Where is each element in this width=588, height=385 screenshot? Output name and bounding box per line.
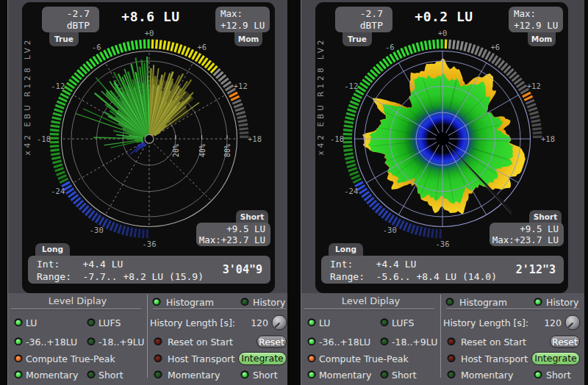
history-length-knob[interactable] xyxy=(272,315,287,331)
integration-time-readout: 3'04"9 xyxy=(223,264,262,276)
svg-text:+6: +6 xyxy=(490,43,500,51)
radio-range-wide[interactable] xyxy=(308,337,316,345)
reset-button[interactable]: Reset xyxy=(550,335,580,348)
loudness-range-line: Range: -7.7.. +8.2 LU (15.9) xyxy=(37,271,204,282)
integrated-value-line: Int: +4.4 LU xyxy=(37,259,123,270)
radio-history-label[interactable]: History xyxy=(546,297,578,308)
radio-ring-momentary[interactable] xyxy=(15,370,23,378)
svg-text:80%: 80% xyxy=(223,144,232,157)
checkbox-compute-true-peak-label[interactable]: Compute True-Peak xyxy=(26,353,115,364)
checkbox-reset-on-start[interactable] xyxy=(448,337,456,345)
radio-range-wide-label[interactable]: -36..+18LU xyxy=(26,336,77,347)
checkbox-reset-on-start[interactable] xyxy=(154,337,162,345)
radio-range-narrow[interactable] xyxy=(87,337,96,345)
history-length-knob[interactable] xyxy=(565,315,581,331)
svg-text:-24: -24 xyxy=(51,187,65,195)
radio-ring-short[interactable] xyxy=(381,370,389,378)
radio-lu-label[interactable]: LU xyxy=(319,317,331,328)
divider xyxy=(153,309,286,309)
checkbox-host-transport-label[interactable]: Host Transport xyxy=(461,353,528,364)
true-peak-box: -2.7dBTP xyxy=(335,7,392,32)
max-value: +12.9 LU xyxy=(220,20,265,31)
control-panel: Level Diplay LU LUFS -36..+18LU -18..+9L… xyxy=(301,293,584,385)
short-max-value: Max:+23.7 LU xyxy=(492,234,559,245)
knob-pointer xyxy=(274,322,280,328)
radio-range-narrow-label[interactable]: -18..+9LU xyxy=(98,336,144,347)
radio-histogram-momentary[interactable] xyxy=(154,370,162,378)
divider xyxy=(147,295,148,378)
integrate-button[interactable]: Integrate xyxy=(531,352,580,365)
svg-text:-18: -18 xyxy=(37,134,51,143)
radio-ring-short[interactable] xyxy=(87,370,96,378)
checkbox-host-transport[interactable] xyxy=(448,354,456,362)
long-tab[interactable]: Long xyxy=(35,243,70,256)
long-tab[interactable]: Long xyxy=(329,243,363,256)
checkbox-compute-true-peak[interactable] xyxy=(308,354,316,362)
radio-ring-momentary-label[interactable]: Momentary xyxy=(26,369,78,380)
radio-lufs[interactable] xyxy=(87,319,96,327)
checkbox-host-transport[interactable] xyxy=(154,354,162,362)
radio-lu[interactable] xyxy=(15,319,23,327)
integrate-button[interactable]: Integrate xyxy=(238,352,287,365)
radio-histogram-short[interactable] xyxy=(534,370,542,378)
radio-range-narrow-label[interactable]: -18..+9LU xyxy=(392,336,437,347)
svg-text:20%: 20% xyxy=(172,144,180,157)
radio-range-narrow[interactable] xyxy=(381,337,389,345)
short-tab[interactable]: Short xyxy=(529,210,562,223)
radio-histogram-momentary-label[interactable]: Momentary xyxy=(461,369,513,380)
svg-text:-30: -30 xyxy=(90,226,104,234)
radio-lufs[interactable] xyxy=(381,319,389,327)
radio-lu-label[interactable]: LU xyxy=(26,317,37,328)
true-peak-box: -2.7dBTP xyxy=(42,7,99,32)
radio-ring-momentary-label[interactable]: Momentary xyxy=(319,369,371,380)
radio-ring-short-label[interactable]: Short xyxy=(98,369,123,380)
divider xyxy=(440,295,441,378)
checkbox-reset-on-start-label[interactable]: Reset on Start xyxy=(168,336,233,347)
max-source-tab[interactable]: Mom xyxy=(234,32,262,46)
short-max-value: Max:+23.7 LU xyxy=(199,234,265,245)
control-panel: Level Diplay LU LUFS -36..+18LU -18..+9L… xyxy=(8,293,287,385)
radio-histogram-short[interactable] xyxy=(241,370,249,378)
radio-histogram-momentary[interactable] xyxy=(448,370,456,378)
short-tab[interactable]: Short xyxy=(236,210,268,223)
radio-range-wide[interactable] xyxy=(15,337,23,345)
radio-lu[interactable] xyxy=(308,319,316,327)
history-length-label: History Length [s]: xyxy=(443,317,528,328)
divider xyxy=(11,309,141,309)
checkbox-reset-on-start-label[interactable]: Reset on Start xyxy=(461,336,526,347)
radio-history-label[interactable]: History xyxy=(253,297,285,308)
divider xyxy=(304,309,434,309)
checkbox-compute-true-peak[interactable] xyxy=(15,354,23,362)
radio-ring-momentary[interactable] xyxy=(308,370,316,378)
svg-text:+18: +18 xyxy=(248,134,262,143)
knob-pointer xyxy=(567,322,573,328)
checkbox-compute-true-peak-label[interactable]: Compute True-Peak xyxy=(319,353,409,364)
radio-lufs-label[interactable]: LUFS xyxy=(392,317,414,328)
svg-text:-6: -6 xyxy=(92,43,101,51)
true-peak-tab[interactable]: True xyxy=(343,32,372,46)
radio-range-wide-label[interactable]: -36..+18LU xyxy=(319,336,370,347)
max-source-tab[interactable]: Mom xyxy=(528,32,556,46)
radio-histogram-short-label[interactable]: Short xyxy=(253,369,278,380)
radio-histogram-short-label[interactable]: Short xyxy=(546,369,571,380)
reset-button[interactable]: Reset xyxy=(257,335,287,348)
radio-history[interactable] xyxy=(534,298,542,306)
plugin-name-vertical: x42 EBU R128 LV2 xyxy=(316,37,325,155)
integrated-loudness-box: Int: +4.4 LU Range: -5.6.. +8.4 LU (14.0… xyxy=(321,256,564,284)
short-value: +9.5 LU xyxy=(520,223,559,234)
radio-histogram[interactable] xyxy=(153,298,161,306)
radio-histogram-label[interactable]: Histogram xyxy=(459,297,507,308)
max-value: +12.9 LU xyxy=(514,20,558,31)
true-peak-tab[interactable]: True xyxy=(49,32,79,46)
radio-history[interactable] xyxy=(241,298,249,306)
radio-histogram-label[interactable]: Histogram xyxy=(166,297,214,308)
radio-histogram[interactable] xyxy=(446,298,454,306)
radio-histogram-momentary-label[interactable]: Momentary xyxy=(168,369,220,380)
loudness-range-line: Range: -5.6.. +8.4 LU (14.0) xyxy=(330,271,497,282)
radio-ring-short-label[interactable]: Short xyxy=(392,369,417,380)
radio-lufs-label[interactable]: LUFS xyxy=(98,317,121,328)
checkbox-host-transport-label[interactable]: Host Transport xyxy=(168,353,234,364)
integration-time-readout: 2'12"3 xyxy=(516,264,556,276)
history-length-value: 120 xyxy=(538,317,562,328)
integrated-value-line: Int: +4.4 LU xyxy=(330,259,416,270)
